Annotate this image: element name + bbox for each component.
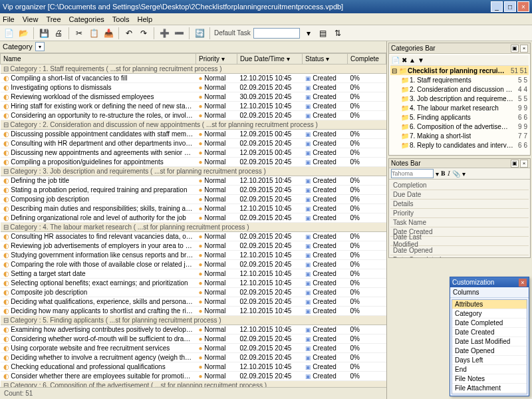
task-row[interactable]: ◐ Comparing the role with those of avail…	[1, 259, 386, 269]
col-complete[interactable]: Complete	[348, 53, 386, 64]
tree-up-icon[interactable]: ▲	[409, 57, 416, 64]
tree-item[interactable]: 📁3. Job description and requirements5 5	[390, 94, 529, 103]
customization-item[interactable]: Hyperlink	[452, 393, 527, 394]
task-row[interactable]: ◐ Describing main duties and responsibil…	[1, 203, 386, 213]
menu-categories[interactable]: Categories	[69, 15, 104, 23]
font-size-dropdown-icon[interactable]: ▾	[436, 170, 439, 178]
close-button[interactable]: ×	[517, 1, 529, 12]
redo-icon[interactable]: ↷	[138, 27, 150, 39]
task-row[interactable]: ◐ Composite job description● Normal02.09…	[1, 287, 386, 297]
task-row[interactable]: ◐ Reviewing workload of the dismissed em…	[1, 92, 386, 101]
customization-item[interactable]: Date Last Modified	[452, 337, 527, 346]
property-row[interactable]: Date Last Modified	[390, 237, 529, 246]
tree-item[interactable]: 📁6. Composition of the advertisement9 9	[390, 122, 529, 131]
col-priority[interactable]: Priority ▾	[196, 53, 237, 64]
new-icon[interactable]: 📄	[3, 27, 15, 39]
attachment-icon[interactable]: 📎	[452, 170, 460, 178]
categories-tree[interactable]: 📄 ✖ ▲ ▼ ⊟ 📁 Checklist for planning recru…	[389, 54, 530, 155]
task-row[interactable]: ◐ Consider whether there are employees s…	[1, 371, 386, 380]
tree-item[interactable]: 📁7. Making a short-list7 7	[390, 131, 529, 140]
tree-item[interactable]: 📁1. Staff requirements5 5	[390, 75, 529, 84]
dropdown-icon[interactable]: ▾	[303, 27, 315, 39]
minimize-button[interactable]: _	[491, 1, 503, 12]
customization-close-icon[interactable]: ×	[519, 279, 527, 287]
task-row[interactable]: ◐ Investigating options to dismissals● N…	[1, 82, 386, 92]
col-due[interactable]: Due Date/Time ▾	[237, 53, 303, 64]
task-row[interactable]: ◐ Hiring staff for existing work or defi…	[1, 101, 386, 110]
tree-item[interactable]: 📁2. Consideration and discussion of new …	[390, 84, 529, 94]
maximize-button[interactable]: □	[504, 1, 516, 12]
category-row[interactable]: ⊟ Category : 6. Composition of the adver…	[1, 380, 386, 387]
category-filter[interactable]: Category ▾	[0, 41, 386, 53]
task-row[interactable]: ◐ Compiling a proposition/guidelines for…	[1, 157, 386, 166]
undo-icon[interactable]: ↶	[123, 27, 135, 39]
task-row[interactable]: ◐ Stating a probation period, required t…	[1, 185, 386, 194]
panel-pin-icon[interactable]: ▣	[511, 160, 519, 168]
more-dropdown-icon[interactable]: ▾	[462, 170, 466, 178]
col-status[interactable]: Status ▾	[303, 53, 348, 64]
category-row[interactable]: ⊟ Category : 3. Job description and requ…	[1, 166, 386, 176]
task-row[interactable]: ◐ Setting a target start date● Normal12.…	[1, 269, 386, 278]
task-row[interactable]: ◐ Deciding what qualifications, experien…	[1, 297, 386, 306]
customization-item[interactable]: Date Completed	[452, 319, 527, 328]
menu-tools[interactable]: Tools	[112, 15, 130, 23]
task-row[interactable]: ◐ Selecting optional benefits; exact ear…	[1, 278, 386, 287]
category-row[interactable]: ⊟ Category : 4. The labour market resear…	[1, 222, 386, 231]
tree-delete-icon[interactable]: ✖	[402, 57, 407, 64]
menu-help[interactable]: Help	[138, 15, 153, 23]
task-row[interactable]: ◐ Compiling a short-list of vacancies to…	[1, 73, 386, 82]
task-row[interactable]: ◐ Considering an opportunity to re-struc…	[1, 110, 386, 120]
task-row[interactable]: ◐ Examining how advertising contributes …	[1, 325, 386, 334]
customization-item[interactable]: Date Created	[452, 328, 527, 337]
property-row[interactable]: Date Completed	[390, 255, 529, 257]
task-row[interactable]: ◐ Using corporate website and free recru…	[1, 343, 386, 352]
add-task-icon[interactable]: ➕	[158, 27, 170, 39]
property-row[interactable]: Date Opened	[390, 246, 529, 255]
property-row[interactable]: Task Name	[390, 218, 529, 227]
task-row[interactable]: ◐ Deciding how many applicants to shortl…	[1, 306, 386, 315]
task-grid[interactable]: Name Priority ▾ Due Date/Time ▾ Status ▾…	[0, 53, 386, 387]
property-row[interactable]: Due Date	[390, 190, 529, 200]
task-row[interactable]: ◐ Discussing possible appointment candid…	[1, 129, 386, 138]
task-row[interactable]: ◐ Discussing new appointments and agreem…	[1, 148, 386, 157]
customization-item[interactable]: Attributes	[452, 300, 527, 309]
task-row[interactable]: ◐ Reviewing job advertisements of employ…	[1, 241, 386, 250]
chevron-down-icon[interactable]: ▾	[35, 42, 45, 51]
delete-task-icon[interactable]: ➖	[173, 27, 185, 39]
print-icon[interactable]: 🖨	[53, 27, 65, 39]
task-row[interactable]: ◐ Defining the job title● Normal12.10.20…	[1, 176, 386, 185]
customization-item[interactable]: File Attachment	[452, 384, 527, 393]
task-row[interactable]: ◐ Studying government information like c…	[1, 250, 386, 259]
font-select[interactable]	[391, 169, 434, 178]
task-row[interactable]: ◐ Consulting HR associates to find relev…	[1, 231, 386, 241]
property-row[interactable]: Completion	[390, 181, 529, 190]
tree-item[interactable]: 📁5. Finding applicants6 6	[390, 112, 529, 122]
sort-icon[interactable]: ⇅	[332, 27, 344, 39]
customization-item[interactable]: File Notes	[452, 374, 527, 384]
category-row[interactable]: ⊟ Category : 5. Finding applicants ( ...…	[1, 315, 386, 325]
col-name[interactable]: Name	[1, 53, 196, 64]
customization-item[interactable]: End	[452, 365, 527, 374]
copy-icon[interactable]: 📋	[88, 27, 100, 39]
menu-tree[interactable]: Tree	[46, 15, 61, 23]
menu-view[interactable]: View	[23, 15, 39, 23]
tree-item[interactable]: 📁8. Reply to candidates and interview6 6	[390, 140, 529, 150]
customization-item[interactable]: Date Opened	[452, 346, 527, 356]
panel-pin-icon[interactable]: ▣	[511, 45, 519, 53]
task-row[interactable]: ◐ Consulting with HR department and othe…	[1, 138, 386, 148]
customization-item[interactable]: Days Left	[452, 356, 527, 365]
refresh-icon[interactable]: 🔄	[194, 27, 205, 39]
bold-icon[interactable]: 𝐁	[441, 170, 446, 178]
open-icon[interactable]: 📂	[17, 27, 29, 39]
default-task-input[interactable]	[253, 28, 300, 39]
cut-icon[interactable]: ✂	[73, 27, 85, 39]
panel-close-icon[interactable]: ×	[520, 45, 528, 53]
italic-icon[interactable]: 𝘐	[448, 170, 450, 178]
customization-item[interactable]: Category	[452, 309, 527, 319]
task-row[interactable]: ◐ Considering whether word-of-mouth will…	[1, 334, 386, 343]
task-row[interactable]: ◐ Checking educational and professional …	[1, 362, 386, 371]
tree-down-icon[interactable]: ▼	[418, 57, 424, 64]
tree-root[interactable]: ⊟ 📁 Checklist for planning recruitment p…	[390, 66, 529, 75]
save-icon[interactable]: 💾	[38, 27, 50, 39]
category-row[interactable]: ⊟ Category : 2. Consideration and discus…	[1, 120, 386, 129]
